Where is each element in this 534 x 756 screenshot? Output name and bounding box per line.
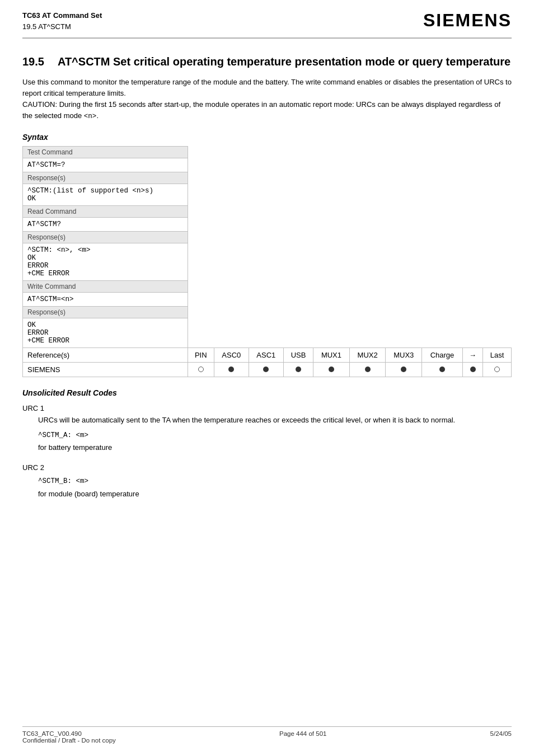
footer-confidential: Confidential / Draft - Do not copy (22, 737, 116, 744)
urc2-code-desc: for module (board) temperature (38, 489, 512, 500)
filled-dot-icon (439, 367, 445, 372)
ref-dot-mux1 (313, 362, 350, 377)
section-title: AT^SCTM Set critical operating temperatu… (58, 54, 510, 69)
write-command-row: AT^SCTM=<n> (23, 292, 512, 306)
filled-dot-icon (228, 367, 234, 372)
test-command-row: AT^SCTM=? (23, 158, 512, 172)
ref-dot-arrow (462, 362, 483, 377)
write-response-code: OK ERROR +CME ERROR (23, 318, 188, 348)
ref-col-arrow: → (462, 348, 483, 362)
ref-dot-pin (188, 362, 214, 377)
ref-data-row: SIEMENS (23, 362, 512, 377)
section-number: 19.5 (22, 55, 44, 68)
filled-dot-icon (263, 367, 269, 372)
syntax-heading: Syntax (22, 133, 512, 142)
urc1-label: URC 1 (22, 404, 512, 412)
footer-left-block: TC63_ATC_V00.490 Confidential / Draft - … (22, 730, 116, 744)
ref-siemens-label: SIEMENS (23, 362, 188, 377)
test-response-row: ^SCTM:(list of supported <n>s) OK (23, 184, 512, 205)
ref-col-last: Last (483, 348, 512, 362)
footer-date: 5/24/05 (490, 730, 512, 744)
filled-dot-icon (470, 367, 476, 372)
test-command-label: Test Command (23, 146, 188, 158)
footer-doc-id: TC63_ATC_V00.490 (22, 730, 116, 737)
ref-col-mux3: MUX3 (386, 348, 422, 362)
write-response-row: OK ERROR +CME ERROR (23, 318, 512, 348)
section-heading: 19.5 AT^SCTM Set critical operating temp… (22, 54, 512, 69)
description-para1: Use this command to monitor the temperat… (22, 77, 512, 99)
ref-dot-mux3 (386, 362, 422, 377)
empty-dot-icon (198, 367, 204, 372)
urc-heading: Unsolicited Result Codes (22, 388, 512, 397)
ref-dot-usb (283, 362, 313, 377)
footer-page-number: Page 444 of 501 (279, 730, 326, 744)
read-response-label-row: Response(s) (23, 231, 512, 243)
ref-col-mux1: MUX1 (313, 348, 350, 362)
write-command-label-row: Write Command (23, 280, 512, 292)
empty-dot-icon (494, 367, 500, 372)
read-command-code: AT^SCTM? (23, 217, 188, 231)
ref-dot-asc1 (249, 362, 283, 377)
ref-col-pin: PIN (188, 348, 214, 362)
ref-dot-last (483, 362, 512, 377)
page-header: TC63 AT Command Set 19.5 AT^SCTM SIEMENS (22, 0, 512, 39)
urc2-param: <m> (76, 477, 89, 485)
write-command-label: Write Command (23, 280, 188, 292)
urc2-label: URC 2 (22, 463, 512, 472)
urc1-param: <m> (76, 431, 89, 439)
write-command-code: AT^SCTM=<n> (23, 292, 188, 306)
filled-dot-icon (329, 367, 334, 372)
test-command-code: AT^SCTM=? (23, 158, 188, 172)
urc1-content: URCs will be automatically sent to the T… (38, 415, 512, 454)
test-response-code: ^SCTM:(list of supported <n>s) OK (23, 184, 188, 205)
ref-col-asc1: ASC1 (249, 348, 283, 362)
syntax-table: Test Command AT^SCTM=? Response(s) ^SCTM… (22, 146, 512, 377)
read-command-label-row: Read Command (23, 205, 512, 217)
ref-col-mux2: MUX2 (349, 348, 386, 362)
description-para2: CAUTION: During the first 15 seconds aft… (22, 99, 512, 123)
header-title: TC63 AT Command Set (22, 10, 102, 21)
test-response-label: Response(s) (23, 172, 188, 184)
write-response-label: Response(s) (23, 306, 188, 318)
ref-col-usb: USB (283, 348, 313, 362)
description-block: Use this command to monitor the temperat… (22, 77, 512, 123)
brand-logo: SIEMENS (423, 10, 512, 31)
urc1-code: ^SCTM_A: <m> (38, 430, 512, 441)
n-param: <n> (84, 112, 97, 120)
urc1-description: URCs will be automatically sent to the T… (38, 415, 512, 426)
ref-dot-mux2 (349, 362, 386, 377)
read-command-row: AT^SCTM? (23, 217, 512, 231)
urc1-code-desc: for battery temperature (38, 442, 512, 453)
filled-dot-icon (296, 367, 301, 372)
urc2-content: ^SCTM_B: <m> for module (board) temperat… (38, 476, 512, 500)
read-response-label: Response(s) (23, 231, 188, 243)
write-response-label-row: Response(s) (23, 306, 512, 318)
test-command-label-row: Test Command (23, 146, 512, 158)
read-command-label: Read Command (23, 205, 188, 217)
header-subtitle: 19.5 AT^SCTM (22, 21, 102, 32)
test-response-label-row: Response(s) (23, 172, 512, 184)
ref-dot-charge (422, 362, 463, 377)
page-footer: TC63_ATC_V00.490 Confidential / Draft - … (22, 726, 512, 744)
ref-col-asc0: ASC0 (214, 348, 249, 362)
read-response-code: ^SCTM: <n>, <m> OK ERROR +CME ERROR (23, 243, 188, 280)
ref-col-charge: Charge (422, 348, 463, 362)
ref-dot-asc0 (214, 362, 249, 377)
urc2-code: ^SCTM_B: <m> (38, 476, 512, 487)
filled-dot-icon (401, 367, 406, 372)
filled-dot-icon (365, 367, 371, 372)
urc-section: URC 1 URCs will be automatically sent to… (22, 404, 512, 500)
ref-col-label: Reference(s) (23, 348, 188, 362)
ref-header-row: Reference(s) PIN ASC0 ASC1 USB MUX1 MUX2… (23, 348, 512, 362)
read-response-row: ^SCTM: <n>, <m> OK ERROR +CME ERROR (23, 243, 512, 280)
header-left: TC63 AT Command Set 19.5 AT^SCTM (22, 10, 102, 32)
